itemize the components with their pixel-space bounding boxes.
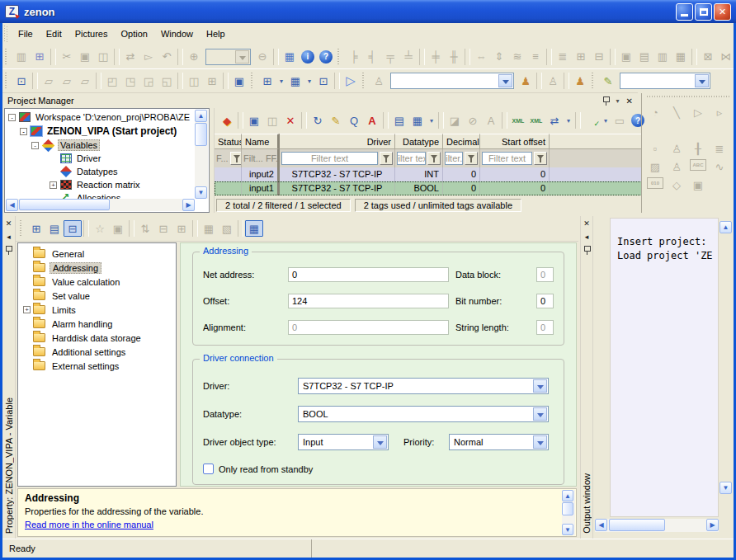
only-read-standby-checkbox[interactable] xyxy=(203,464,214,474)
priority-select[interactable]: Normal xyxy=(449,434,549,450)
center-vertical-icon[interactable]: ╫ xyxy=(445,49,463,65)
scroll-thumb[interactable] xyxy=(609,519,665,531)
tree-vertical-scrollbar[interactable]: ▲ ▼ xyxy=(195,110,208,199)
chevron-down-icon[interactable] xyxy=(373,435,387,449)
datatype-filter-input[interactable]: Filter text xyxy=(397,152,426,165)
tree-item[interactable]: Allocations xyxy=(50,191,195,199)
find-text-icon[interactable]: Q xyxy=(345,112,363,129)
filter-funnel-icon[interactable] xyxy=(380,152,393,165)
paste-icon[interactable]: ◫ xyxy=(94,49,112,65)
chevron-down-icon[interactable]: ▾ xyxy=(616,97,620,105)
tree-horizontal-scrollbar[interactable]: ◀ ▶ xyxy=(6,199,195,211)
chevron-down-icon[interactable] xyxy=(533,407,547,421)
user-combo[interactable] xyxy=(390,73,514,89)
name-filter[interactable]: Filt... FF... xyxy=(243,152,280,166)
scroll-thumb[interactable] xyxy=(195,123,207,146)
help-scrollbar[interactable]: ▲ ▼ xyxy=(562,490,575,535)
scroll-down-icon[interactable]: ▼ xyxy=(195,186,207,199)
user-administration-icon[interactable]: ♟ xyxy=(571,73,589,89)
diamond-element-icon[interactable]: ◇ xyxy=(668,177,685,192)
move-right-icon[interactable]: ◳ xyxy=(121,73,139,89)
add-user-icon[interactable]: ♟ xyxy=(517,73,535,89)
duplicate-icon[interactable]: ⊞ xyxy=(203,73,221,89)
scroll-up-icon[interactable]: ▲ xyxy=(195,110,207,122)
delete-icon[interactable]: ✕ xyxy=(281,112,300,129)
screen-copy-icon[interactable]: ▣ xyxy=(230,73,248,89)
tree-item[interactable]: + Reaction matrix xyxy=(50,178,195,191)
copy-icon[interactable]: ▣ xyxy=(245,112,263,129)
print-icon[interactable]: ▦ xyxy=(281,49,299,65)
tree-item[interactable]: - Workspace 'D:\zenon_proj\PROBA\ZE xyxy=(8,111,195,124)
scroll-right-icon[interactable]: ▶ xyxy=(706,519,719,531)
user-list-icon[interactable]: ♙ xyxy=(370,73,388,89)
driver-object-type-select[interactable]: Input xyxy=(298,434,389,450)
field-input[interactable]: 0 xyxy=(288,267,449,282)
center-horizontal-icon[interactable]: ╪ xyxy=(427,49,445,65)
user-levels-icon[interactable]: ♙ xyxy=(544,73,562,89)
scroll-thumb[interactable] xyxy=(562,502,573,515)
filter-funnel-icon[interactable] xyxy=(465,152,478,165)
chevron-left-icon[interactable]: ◂ xyxy=(7,233,11,241)
favorites-icon[interactable]: ☆ xyxy=(91,220,109,237)
online-manual-link[interactable]: Read more in the online manual xyxy=(25,520,153,529)
menu-item[interactable]: Help xyxy=(200,26,232,41)
instance-element-icon[interactable]: ▣ xyxy=(690,177,706,192)
zoom-out-icon[interactable]: ⊖ xyxy=(253,49,271,65)
dropdown-icon[interactable]: ▾ xyxy=(304,73,314,89)
keyboard-picture-icon[interactable]: ▦ xyxy=(286,73,304,89)
help-icon[interactable]: ? xyxy=(319,50,333,64)
chevron-left-icon[interactable]: ◂ xyxy=(585,233,589,241)
send-backward-icon[interactable]: ▦ xyxy=(672,49,690,65)
equal-spacing-vertical-icon[interactable]: ≡ xyxy=(526,49,545,65)
maximize-button[interactable] xyxy=(695,3,712,21)
field-input[interactable]: 124 xyxy=(288,294,449,308)
split-view-icon[interactable]: ⊟ xyxy=(64,220,82,237)
same-width-icon[interactable]: ⇔ xyxy=(472,49,490,65)
menu-item[interactable]: Pictures xyxy=(68,26,115,41)
field-input[interactable]: 0 xyxy=(536,267,554,282)
polyline-element-icon[interactable]: ▹ xyxy=(711,105,728,120)
close-button[interactable]: ✕ xyxy=(714,3,731,21)
column-header-start-offset[interactable]: Start offset xyxy=(480,134,550,149)
align-bottom-icon[interactable]: ╧ xyxy=(399,49,418,65)
output-horizontal-scrollbar[interactable]: ◀ ▶ xyxy=(595,519,719,532)
tree-expander[interactable]: - xyxy=(31,142,39,149)
move-left-icon[interactable]: ◱ xyxy=(158,73,176,89)
column-header-decimals[interactable]: Decimals xyxy=(443,134,480,149)
dynamic-button-element-icon[interactable]: ♙ xyxy=(668,159,685,174)
curve-element-icon[interactable]: ∿ xyxy=(711,159,728,174)
new-variable-icon[interactable]: ◆ xyxy=(218,112,236,129)
driver-filter-input[interactable]: Filter text xyxy=(281,152,378,165)
start-runtime-icon[interactable]: ▷ xyxy=(342,73,360,89)
message-icon[interactable]: ▭ xyxy=(611,112,629,129)
frame-element-icon[interactable]: ▫ xyxy=(647,141,663,156)
tree-item[interactable]: Datatypes xyxy=(50,165,195,178)
line-element-icon[interactable]: ╲ xyxy=(668,105,685,120)
collapse-all-icon[interactable]: ⊟ xyxy=(154,220,172,237)
table-row[interactable]: input1 S7TCP32 - S7 TCP-IP BOOL 0 0 xyxy=(215,181,642,195)
close-icon[interactable]: ✕ xyxy=(6,219,12,228)
flip-vertical-icon[interactable]: ⊠ xyxy=(699,49,717,65)
text-frame-icon[interactable]: A xyxy=(482,112,500,129)
group-view-icon[interactable]: ▦ xyxy=(200,220,218,237)
field-input[interactable]: 0 xyxy=(288,320,449,335)
scroll-left-icon[interactable]: ◀ xyxy=(595,519,607,531)
cut-icon[interactable]: ✂ xyxy=(58,49,76,65)
equal-spacing-horizontal-icon[interactable]: ≋ xyxy=(508,49,526,65)
property-tree-item[interactable]: + Limits xyxy=(23,303,176,317)
menu-item[interactable]: File xyxy=(12,26,40,41)
info-icon[interactable]: i xyxy=(301,50,314,64)
to-front-icon[interactable]: ▣ xyxy=(617,49,635,65)
filter-funnel-icon[interactable] xyxy=(230,152,242,165)
substitute-links-icon[interactable]: ▱ xyxy=(40,73,58,89)
table-row[interactable]: input2 S7TCP32 - S7 TCP-IP INT 0 0 xyxy=(215,167,642,181)
property-tree-item[interactable]: Alarm handling xyxy=(23,317,176,331)
property-tree-item[interactable]: Additional settings xyxy=(23,345,176,359)
refresh-icon[interactable]: ↻ xyxy=(309,112,327,129)
column-header-status[interactable]: Status xyxy=(215,134,242,149)
scroll-up-icon[interactable]: ▲ xyxy=(562,490,573,501)
page-view-icon[interactable]: ▤ xyxy=(45,220,64,237)
substitute-names-icon[interactable]: ▱ xyxy=(76,73,94,89)
full-width-icon[interactable]: ⊞ xyxy=(572,49,590,65)
clone-icon[interactable]: ◫ xyxy=(185,73,203,89)
